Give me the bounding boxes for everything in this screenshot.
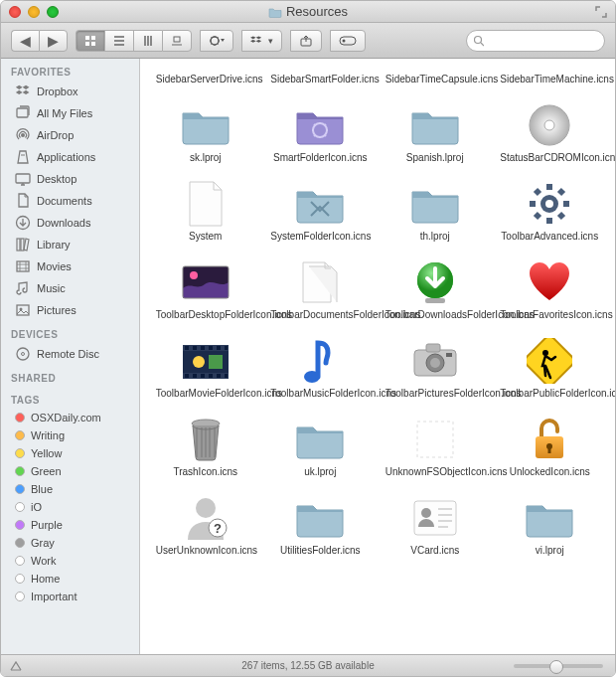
sidebar-item-osxdailycom[interactable]: OSXDaily.com — [1, 409, 139, 426]
svg-rect-37 — [193, 346, 197, 350]
userq-icon: ? — [174, 494, 237, 542]
sidebar-item-label: Work — [31, 555, 56, 567]
file-item[interactable]: SidebarSmartFolder.icns — [265, 63, 377, 95]
file-item[interactable]: UnlockedIcon.icns — [495, 416, 606, 488]
file-item[interactable]: sk.lproj — [150, 101, 261, 174]
file-item[interactable]: SmartFolderIcon.icns — [265, 101, 377, 174]
svg-rect-59 — [417, 422, 453, 457]
file-item[interactable]: SidebarTimeCapsule.icns — [380, 63, 491, 95]
list-view-button[interactable] — [104, 30, 133, 52]
share-button[interactable] — [290, 30, 322, 52]
action-menu-button[interactable] — [200, 30, 233, 52]
svg-rect-32 — [425, 298, 445, 303]
file-item[interactable]: VCard.icns — [380, 494, 491, 567]
sidebar-item-applications[interactable]: Applications — [1, 146, 139, 168]
file-item[interactable]: ?UserUnknownIcon.icns — [150, 494, 261, 567]
file-item[interactable]: ToolbarDownloadsFolderIcon.icns — [380, 258, 491, 331]
fullscreen-icon[interactable] — [595, 6, 607, 18]
file-item[interactable]: SystemFolderIcon.icns — [265, 180, 377, 253]
desktopfolder-icon — [174, 258, 237, 306]
svg-point-54 — [430, 358, 440, 368]
svg-point-20 — [22, 353, 25, 356]
forward-button[interactable]: ▶ — [39, 30, 68, 52]
file-item[interactable]: System — [150, 180, 261, 253]
dropbox-button[interactable]: ▾ — [241, 30, 282, 52]
sidebar-item-blue[interactable]: Blue — [1, 480, 139, 498]
sidebar-item-downloads[interactable]: Downloads — [1, 212, 139, 234]
file-label: SidebarServerDrive.icns — [156, 74, 255, 95]
file-label: ToolbarAdvanced.icns — [500, 231, 599, 253]
icon-view-button[interactable] — [76, 30, 104, 52]
file-label: ToolbarPublicFolderIcon.icns — [500, 388, 599, 410]
file-item[interactable]: SidebarServerDrive.icns — [150, 63, 261, 95]
sidebar-section-header[interactable]: DEVICES — [1, 321, 139, 343]
file-item[interactable]: ToolbarMusicFolderIcon.icns — [265, 337, 377, 410]
maximize-button[interactable] — [47, 6, 59, 18]
file-item[interactable]: TrashIcon.icns — [150, 416, 261, 488]
sidebar-item-label: Gray — [31, 537, 55, 549]
search-input[interactable] — [488, 35, 598, 47]
sidebar-item-label: Music — [37, 282, 66, 294]
search-field[interactable] — [466, 30, 605, 52]
desktop-icon — [15, 171, 31, 187]
sidebar-item-desktop[interactable]: Desktop — [1, 168, 139, 190]
sidebar-item-pictures[interactable]: Pictures — [1, 299, 139, 321]
sidebar-item-purple[interactable]: Purple — [1, 516, 139, 534]
column-view-button[interactable] — [133, 30, 162, 52]
coverflow-view-button[interactable] — [162, 30, 192, 52]
sidebar-item-io[interactable]: iO — [1, 498, 139, 516]
cutoff-icon — [403, 63, 467, 71]
zoom-slider[interactable] — [514, 664, 603, 668]
file-item[interactable]: SidebarTimeMachine.icns — [495, 63, 606, 95]
file-item[interactable]: ToolbarDocumentsFolderIcon.icns — [265, 258, 377, 331]
sidebar-item-remotedisc[interactable]: Remote Disc — [1, 343, 139, 365]
sidebar-section-header[interactable]: FAVORITES — [1, 59, 139, 81]
sidebar-item-movies[interactable]: Movies — [1, 255, 139, 277]
sidebar-item-allmyfiles[interactable]: All My Files — [1, 102, 139, 124]
file-item[interactable]: uk.lproj — [265, 416, 377, 488]
sidebar-item-dropbox[interactable]: Dropbox — [1, 81, 139, 102]
file-item[interactable]: UnknownFSObjectIcon.icns — [380, 416, 491, 488]
sidebar-section-header[interactable]: SHARED — [1, 365, 139, 387]
file-item[interactable]: ToolbarPicturesFolderIcon.icns — [380, 337, 491, 410]
svg-rect-62 — [548, 446, 551, 453]
file-item[interactable]: ToolbarFavoritesIcon.icns — [495, 258, 606, 331]
file-item[interactable]: Spanish.lproj — [380, 101, 491, 174]
sidebar-section-header[interactable]: TAGS — [1, 387, 139, 409]
file-item[interactable]: ToolbarDesktopFolderIcon.icns — [150, 258, 261, 331]
back-button[interactable]: ◀ — [11, 30, 39, 52]
sidebar-item-writing[interactable]: Writing — [1, 426, 139, 444]
tags-button[interactable] — [330, 30, 366, 52]
file-grid[interactable]: SidebarServerDrive.icnsSidebarSmartFolde… — [140, 59, 615, 654]
svg-point-67 — [421, 508, 431, 518]
file-item[interactable]: vi.lproj — [495, 494, 606, 567]
sidebar-item-yellow[interactable]: Yellow — [1, 444, 139, 462]
file-item[interactable]: ToolbarMovieFolderIcon.icns — [150, 337, 261, 410]
file-item[interactable]: UtilitiesFolder.icns — [265, 494, 377, 567]
sidebar-item-library[interactable]: Library — [1, 234, 139, 255]
file-item[interactable]: th.lproj — [380, 180, 491, 253]
sidebar-item-airdrop[interactable]: AirDrop — [1, 124, 139, 146]
svg-point-26 — [545, 200, 553, 208]
heart-icon — [518, 258, 581, 306]
file-item[interactable]: ToolbarAdvanced.icns — [495, 180, 606, 253]
sidebar-item-important[interactable]: Important — [1, 588, 139, 605]
sidebar-item-work[interactable]: Work — [1, 552, 139, 570]
sidebar-item-label: Remote Disc — [37, 348, 99, 360]
cutoff-icon — [518, 63, 581, 71]
file-item[interactable]: ToolbarPublicFolderIcon.icns — [495, 337, 606, 410]
sidebar-item-music[interactable]: Music — [1, 277, 139, 299]
sidebar-item-documents[interactable]: Documents — [1, 190, 139, 212]
file-label: SidebarSmartFolder.icns — [270, 74, 370, 95]
file-item[interactable]: StatusBarCDROMIcon.icns — [495, 101, 606, 174]
close-button[interactable] — [9, 6, 21, 18]
sidebar-item-gray[interactable]: Gray — [1, 534, 139, 552]
tag-dot-icon — [15, 502, 25, 512]
titlebar[interactable]: Resources — [1, 1, 615, 23]
sidebar-item-home[interactable]: Home — [1, 570, 139, 588]
svg-rect-42 — [185, 374, 189, 378]
path-icon[interactable] — [9, 659, 23, 673]
svg-rect-46 — [217, 374, 221, 378]
sidebar-item-green[interactable]: Green — [1, 462, 139, 480]
minimize-button[interactable] — [28, 6, 40, 18]
